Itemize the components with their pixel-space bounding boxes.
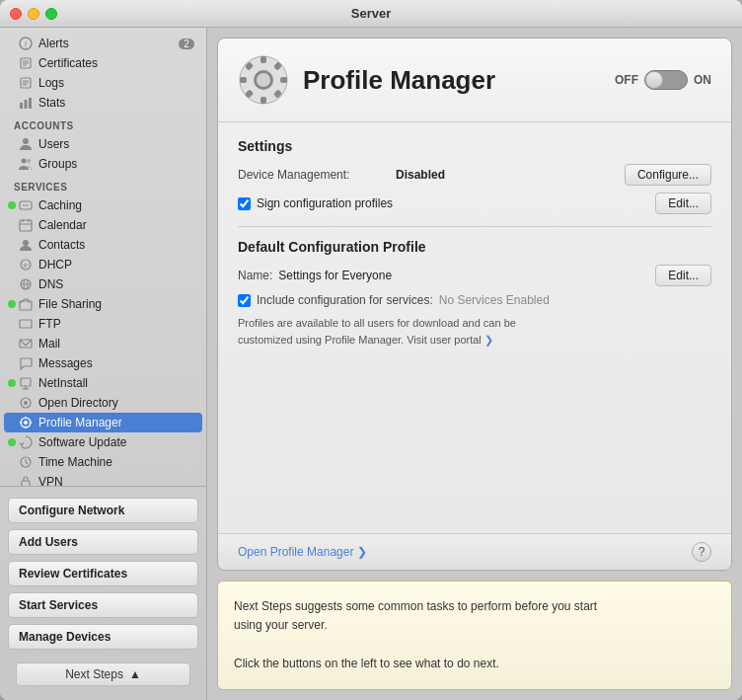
mail-label: Mail xyxy=(38,337,60,350)
accounts-section-label: ACCOUNTS xyxy=(0,113,206,134)
settings-divider xyxy=(238,226,711,227)
open-profile-manager-link[interactable]: Open Profile Manager ❯ xyxy=(238,545,367,559)
contacts-icon xyxy=(18,237,34,253)
next-steps-label: Next Steps xyxy=(65,667,123,681)
dns-label: DNS xyxy=(38,277,63,291)
profilemanager-label: Profile Manager xyxy=(38,416,122,429)
include-services-label: Include configuration for services: xyxy=(257,293,433,307)
close-button[interactable] xyxy=(10,8,22,20)
svg-point-13 xyxy=(23,138,29,144)
next-steps-footer-button[interactable]: Next Steps ▲ xyxy=(16,662,190,686)
user-portal-link[interactable]: ❯ xyxy=(484,334,493,346)
start-services-button[interactable]: Start Services xyxy=(8,592,198,618)
sidebar-item-calendar[interactable]: Calendar xyxy=(4,215,202,235)
sidebar-item-netinstall[interactable]: NetInstall xyxy=(4,373,202,393)
toggle-switch[interactable] xyxy=(644,70,688,90)
configure-button[interactable]: Configure... xyxy=(625,164,711,186)
calendar-label: Calendar xyxy=(38,218,87,232)
caching-status-dot xyxy=(8,201,16,209)
open-link-icon: ❯ xyxy=(357,545,367,559)
maximize-button[interactable] xyxy=(45,8,57,20)
include-services-value: No Services Enabled xyxy=(439,293,550,307)
add-users-button[interactable]: Add Users xyxy=(8,529,198,555)
vpn-label: VPN xyxy=(38,475,63,486)
help-button[interactable]: ? xyxy=(692,542,711,562)
sidebar-item-opendirectory[interactable]: Open Directory xyxy=(4,393,202,413)
svg-rect-48 xyxy=(260,97,266,104)
services-section-label: SERVICES xyxy=(0,174,206,195)
calendar-icon xyxy=(18,217,34,233)
sidebar-item-timemachine[interactable]: Time Machine xyxy=(4,452,202,472)
dns-icon xyxy=(18,276,34,292)
sidebar-item-alerts[interactable]: ! Alerts 2 xyxy=(4,34,202,53)
alerts-badge: 2 xyxy=(179,39,194,49)
svg-rect-49 xyxy=(240,77,247,83)
toggle-area: OFF ON xyxy=(615,70,711,90)
include-services-checkbox[interactable] xyxy=(238,294,251,307)
groups-label: Groups xyxy=(38,157,77,171)
svg-rect-12 xyxy=(29,98,32,109)
titlebar: Server xyxy=(0,0,742,28)
toggle-thumb xyxy=(645,71,663,89)
panel-footer: Open Profile Manager ❯ ? xyxy=(218,533,731,570)
sign-profiles-checkbox[interactable] xyxy=(238,197,251,210)
sidebar-item-softwareupdate[interactable]: Software Update xyxy=(4,432,202,452)
stats-icon xyxy=(18,95,34,111)
filesharing-icon xyxy=(18,296,34,312)
sidebar-item-groups[interactable]: Groups xyxy=(4,154,202,174)
toggle-off-label: OFF xyxy=(615,73,638,87)
netinstall-icon xyxy=(18,375,34,391)
configure-network-button[interactable]: Configure Network xyxy=(8,498,198,523)
info-panel-line1: Next Steps suggests some common tasks to… xyxy=(234,599,597,613)
contacts-label: Contacts xyxy=(38,238,85,252)
sidebar-item-profilemanager[interactable]: Profile Manager xyxy=(4,413,202,432)
sidebar-item-filesharing[interactable]: File Sharing xyxy=(4,294,202,314)
sidebar-bottom: Configure Network Add Users Review Certi… xyxy=(0,486,206,700)
svg-text:!: ! xyxy=(25,39,28,49)
filesharing-label: File Sharing xyxy=(38,297,102,311)
edit-button-1[interactable]: Edit... xyxy=(655,193,711,214)
review-certificates-button[interactable]: Review Certificates xyxy=(8,561,198,586)
info-panel-line2: using your server. xyxy=(234,618,328,632)
sidebar-item-mail[interactable]: Mail xyxy=(4,334,202,353)
sidebar-item-messages[interactable]: Messages xyxy=(4,353,202,373)
sidebar-item-certificates[interactable]: Certificates xyxy=(4,53,202,73)
alerts-icon: ! xyxy=(18,36,34,51)
svg-rect-31 xyxy=(21,378,31,386)
svg-rect-10 xyxy=(20,103,23,109)
sidebar-item-logs[interactable]: Logs xyxy=(4,73,202,93)
sidebar-item-dhcp[interactable]: IP DHCP xyxy=(4,255,202,274)
device-management-value: Disabled xyxy=(396,168,625,182)
sidebar-item-ftp[interactable]: FTP xyxy=(4,314,202,334)
sidebar-item-users[interactable]: Users xyxy=(4,134,202,154)
main-area: ! Alerts 2 Certificates Logs xyxy=(0,28,742,700)
sidebar-item-stats[interactable]: Stats xyxy=(4,93,202,113)
stats-label: Stats xyxy=(38,96,65,110)
name-label: Name: xyxy=(238,269,272,282)
main-window: Server ! Alerts 2 Certificates xyxy=(0,0,742,700)
window-title: Server xyxy=(351,6,391,21)
svg-rect-50 xyxy=(280,77,287,83)
svg-point-35 xyxy=(24,401,28,405)
softwareupdate-label: Software Update xyxy=(38,435,126,449)
sign-profiles-row: Sign configuration profiles Edit... xyxy=(238,193,711,214)
info-text: Profiles are available to all users for … xyxy=(238,315,711,348)
alerts-label: Alerts xyxy=(38,37,69,50)
minimize-button[interactable] xyxy=(28,8,39,20)
timemachine-label: Time Machine xyxy=(38,455,112,469)
manage-devices-button[interactable]: Manage Devices xyxy=(8,624,198,650)
sidebar-item-dns[interactable]: DNS xyxy=(4,274,202,294)
sidebar-item-vpn[interactable]: VPN xyxy=(4,472,202,486)
opendirectory-label: Open Directory xyxy=(38,396,118,410)
edit-button-2[interactable]: Edit... xyxy=(655,265,711,286)
include-services-row: Include configuration for services: No S… xyxy=(238,293,711,307)
dhcp-icon: IP xyxy=(18,257,34,272)
sidebar-item-contacts[interactable]: Contacts xyxy=(4,235,202,255)
logs-icon xyxy=(18,75,34,91)
netinstall-status-dot xyxy=(8,379,16,387)
sidebar-item-caching[interactable]: Caching xyxy=(4,195,202,215)
svg-point-15 xyxy=(27,159,31,163)
timemachine-icon xyxy=(18,454,34,470)
sidebar-scroll-area: ! Alerts 2 Certificates Logs xyxy=(0,28,206,486)
device-management-label: Device Management: xyxy=(238,168,396,182)
